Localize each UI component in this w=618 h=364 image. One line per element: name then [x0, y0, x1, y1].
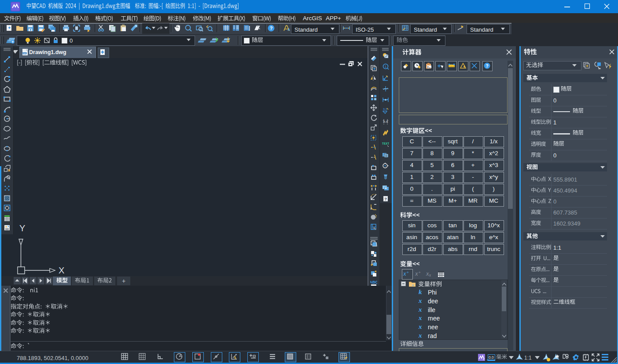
svg-text:TEXT: TEXT [382, 142, 389, 146]
svg-text:3.2: 3.2 [383, 108, 387, 111]
svg-text:X: X [59, 266, 64, 275]
svg-text:Y: Y [19, 223, 25, 233]
svg-text:x: x [412, 283, 414, 287]
svg-text:?: ? [384, 197, 387, 201]
svg-text:1: 1 [385, 65, 387, 69]
svg-text:?: ? [270, 25, 273, 31]
svg-text:?: ? [486, 64, 488, 69]
svg-text:DWG: DWG [22, 53, 27, 55]
svg-text:ABC: ABC [370, 280, 377, 284]
